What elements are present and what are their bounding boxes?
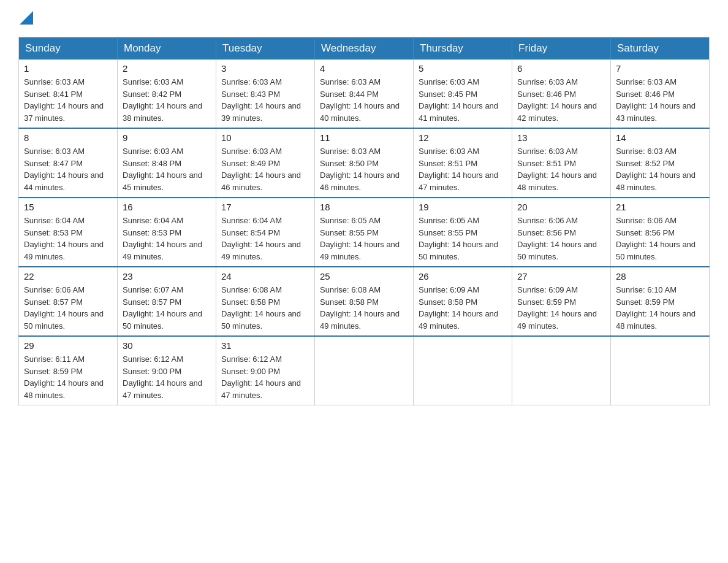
day-number: 12 — [419, 132, 507, 143]
week-row-2: 8 Sunrise: 6:03 AM Sunset: 8:47 PM Dayli… — [19, 128, 710, 197]
day-info: Sunrise: 6:03 AM Sunset: 8:45 PM Dayligh… — [419, 76, 507, 124]
day-header-monday: Monday — [118, 37, 216, 60]
day-info: Sunrise: 6:04 AM Sunset: 8:53 PM Dayligh… — [123, 215, 211, 262]
day-header-saturday: Saturday — [611, 37, 710, 60]
day-number: 14 — [616, 132, 704, 143]
day-number: 3 — [221, 63, 309, 74]
day-header-row: SundayMondayTuesdayWednesdayThursdayFrid… — [19, 37, 710, 60]
day-header-sunday: Sunday — [19, 37, 118, 60]
day-number: 22 — [24, 271, 112, 282]
calendar-cell: 21 Sunrise: 6:06 AM Sunset: 8:56 PM Dayl… — [611, 197, 710, 267]
week-row-4: 22 Sunrise: 6:06 AM Sunset: 8:57 PM Dayl… — [19, 267, 710, 336]
day-header-tuesday: Tuesday — [216, 37, 315, 60]
week-row-1: 1 Sunrise: 6:03 AM Sunset: 8:41 PM Dayli… — [19, 59, 710, 128]
day-number: 23 — [123, 271, 211, 282]
logo — [18, 12, 33, 25]
calendar-cell: 5 Sunrise: 6:03 AM Sunset: 8:45 PM Dayli… — [414, 59, 512, 128]
calendar-cell: 9 Sunrise: 6:03 AM Sunset: 8:48 PM Dayli… — [118, 128, 216, 197]
day-info: Sunrise: 6:03 AM Sunset: 8:46 PM Dayligh… — [517, 76, 605, 124]
calendar-cell — [414, 336, 512, 405]
calendar-cell: 20 Sunrise: 6:06 AM Sunset: 8:56 PM Dayl… — [512, 197, 611, 267]
day-info: Sunrise: 6:11 AM Sunset: 8:59 PM Dayligh… — [24, 353, 112, 401]
day-number: 20 — [517, 202, 605, 212]
day-info: Sunrise: 6:03 AM Sunset: 8:42 PM Dayligh… — [123, 76, 211, 124]
svg-marker-0 — [20, 11, 33, 25]
calendar-cell — [512, 336, 611, 405]
day-info: Sunrise: 6:03 AM Sunset: 8:43 PM Dayligh… — [221, 76, 309, 124]
calendar-cell: 11 Sunrise: 6:03 AM Sunset: 8:50 PM Dayl… — [315, 128, 414, 197]
calendar-cell: 29 Sunrise: 6:11 AM Sunset: 8:59 PM Dayl… — [19, 336, 118, 405]
day-number: 11 — [320, 132, 408, 143]
calendar-cell: 22 Sunrise: 6:06 AM Sunset: 8:57 PM Dayl… — [19, 267, 118, 336]
calendar-cell — [611, 336, 710, 405]
day-info: Sunrise: 6:08 AM Sunset: 8:58 PM Dayligh… — [221, 284, 309, 332]
calendar-cell: 13 Sunrise: 6:03 AM Sunset: 8:51 PM Dayl… — [512, 128, 611, 197]
calendar-cell: 17 Sunrise: 6:04 AM Sunset: 8:54 PM Dayl… — [216, 197, 315, 267]
calendar-cell: 2 Sunrise: 6:03 AM Sunset: 8:42 PM Dayli… — [118, 59, 216, 128]
day-info: Sunrise: 6:09 AM Sunset: 8:59 PM Dayligh… — [517, 284, 605, 332]
day-header-wednesday: Wednesday — [315, 37, 414, 60]
day-number: 21 — [616, 202, 704, 212]
day-header-friday: Friday — [512, 37, 611, 60]
calendar-cell: 27 Sunrise: 6:09 AM Sunset: 8:59 PM Dayl… — [512, 267, 611, 336]
day-info: Sunrise: 6:03 AM Sunset: 8:44 PM Dayligh… — [320, 76, 408, 124]
calendar-cell: 19 Sunrise: 6:05 AM Sunset: 8:55 PM Dayl… — [414, 197, 512, 267]
calendar-cell — [315, 336, 414, 405]
calendar-cell: 10 Sunrise: 6:03 AM Sunset: 8:49 PM Dayl… — [216, 128, 315, 197]
day-info: Sunrise: 6:12 AM Sunset: 9:00 PM Dayligh… — [221, 353, 309, 401]
day-info: Sunrise: 6:10 AM Sunset: 8:59 PM Dayligh… — [616, 284, 704, 332]
calendar-cell: 26 Sunrise: 6:09 AM Sunset: 8:58 PM Dayl… — [414, 267, 512, 336]
day-info: Sunrise: 6:03 AM Sunset: 8:48 PM Dayligh… — [123, 145, 211, 193]
day-number: 28 — [616, 271, 704, 282]
calendar-cell: 3 Sunrise: 6:03 AM Sunset: 8:43 PM Dayli… — [216, 59, 315, 128]
calendar-cell: 7 Sunrise: 6:03 AM Sunset: 8:46 PM Dayli… — [611, 59, 710, 128]
calendar-cell: 24 Sunrise: 6:08 AM Sunset: 8:58 PM Dayl… — [216, 267, 315, 336]
calendar-table: SundayMondayTuesdayWednesdayThursdayFrid… — [18, 37, 710, 405]
day-number: 19 — [419, 202, 507, 212]
day-info: Sunrise: 6:06 AM Sunset: 8:56 PM Dayligh… — [616, 215, 704, 262]
day-info: Sunrise: 6:03 AM Sunset: 8:50 PM Dayligh… — [320, 145, 408, 193]
calendar-cell: 31 Sunrise: 6:12 AM Sunset: 9:00 PM Dayl… — [216, 336, 315, 405]
day-info: Sunrise: 6:03 AM Sunset: 8:51 PM Dayligh… — [517, 145, 605, 193]
day-info: Sunrise: 6:08 AM Sunset: 8:58 PM Dayligh… — [320, 284, 408, 332]
day-number: 10 — [221, 132, 309, 143]
calendar-cell: 18 Sunrise: 6:05 AM Sunset: 8:55 PM Dayl… — [315, 197, 414, 267]
day-number: 4 — [320, 63, 408, 74]
calendar-cell: 12 Sunrise: 6:03 AM Sunset: 8:51 PM Dayl… — [414, 128, 512, 197]
day-number: 25 — [320, 271, 408, 282]
day-info: Sunrise: 6:05 AM Sunset: 8:55 PM Dayligh… — [320, 215, 408, 262]
day-info: Sunrise: 6:04 AM Sunset: 8:54 PM Dayligh… — [221, 215, 309, 262]
calendar-cell: 30 Sunrise: 6:12 AM Sunset: 9:00 PM Dayl… — [118, 336, 216, 405]
day-number: 15 — [24, 202, 112, 212]
page-header — [18, 12, 710, 25]
calendar-cell: 14 Sunrise: 6:03 AM Sunset: 8:52 PM Dayl… — [611, 128, 710, 197]
calendar-cell: 15 Sunrise: 6:04 AM Sunset: 8:53 PM Dayl… — [19, 197, 118, 267]
calendar-cell: 28 Sunrise: 6:10 AM Sunset: 8:59 PM Dayl… — [611, 267, 710, 336]
calendar-cell: 16 Sunrise: 6:04 AM Sunset: 8:53 PM Dayl… — [118, 197, 216, 267]
day-info: Sunrise: 6:03 AM Sunset: 8:49 PM Dayligh… — [221, 145, 309, 193]
day-info: Sunrise: 6:03 AM Sunset: 8:51 PM Dayligh… — [419, 145, 507, 193]
day-number: 31 — [221, 340, 309, 351]
day-number: 6 — [517, 63, 605, 74]
day-info: Sunrise: 6:07 AM Sunset: 8:57 PM Dayligh… — [123, 284, 211, 332]
week-row-3: 15 Sunrise: 6:04 AM Sunset: 8:53 PM Dayl… — [19, 197, 710, 267]
day-number: 8 — [24, 132, 112, 143]
logo-triangle-icon — [20, 11, 33, 25]
day-number: 18 — [320, 202, 408, 212]
day-number: 13 — [517, 132, 605, 143]
day-number: 17 — [221, 202, 309, 212]
day-number: 16 — [123, 202, 211, 212]
calendar-cell: 1 Sunrise: 6:03 AM Sunset: 8:41 PM Dayli… — [19, 59, 118, 128]
day-number: 26 — [419, 271, 507, 282]
day-info: Sunrise: 6:06 AM Sunset: 8:56 PM Dayligh… — [517, 215, 605, 262]
day-info: Sunrise: 6:03 AM Sunset: 8:41 PM Dayligh… — [24, 76, 112, 124]
day-header-thursday: Thursday — [414, 37, 512, 60]
calendar-cell: 4 Sunrise: 6:03 AM Sunset: 8:44 PM Dayli… — [315, 59, 414, 128]
day-info: Sunrise: 6:03 AM Sunset: 8:46 PM Dayligh… — [616, 76, 704, 124]
day-number: 2 — [123, 63, 211, 74]
day-info: Sunrise: 6:12 AM Sunset: 9:00 PM Dayligh… — [123, 353, 211, 401]
calendar-cell: 25 Sunrise: 6:08 AM Sunset: 8:58 PM Dayl… — [315, 267, 414, 336]
day-number: 29 — [24, 340, 112, 351]
day-number: 24 — [221, 271, 309, 282]
week-row-5: 29 Sunrise: 6:11 AM Sunset: 8:59 PM Dayl… — [19, 336, 710, 405]
